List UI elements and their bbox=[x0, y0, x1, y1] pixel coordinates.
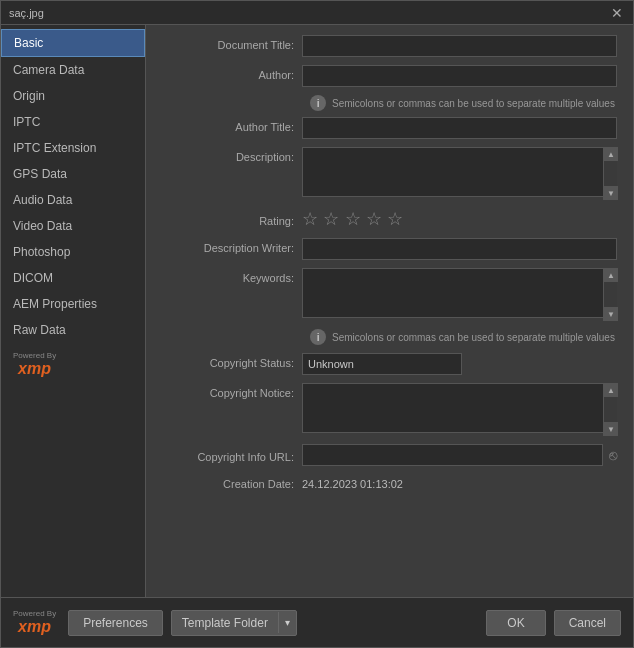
author-label: Author: bbox=[162, 65, 302, 81]
keywords-textarea[interactable] bbox=[302, 268, 617, 318]
template-folder-button[interactable]: Template Folder bbox=[172, 611, 278, 635]
keywords-info-row: i Semicolons or commas can be used to se… bbox=[162, 329, 617, 345]
close-button[interactable]: ✕ bbox=[609, 6, 625, 20]
star-1[interactable]: ☆ bbox=[302, 209, 318, 229]
scroll-up-arrow[interactable]: ▲ bbox=[604, 147, 618, 161]
sidebar-item-aem-properties[interactable]: AEM Properties bbox=[1, 291, 145, 317]
rating-row: Rating: ☆ ☆ ☆ ☆ ☆ bbox=[162, 208, 617, 230]
description-writer-row: Description Writer: bbox=[162, 238, 617, 260]
document-title-label: Document Title: bbox=[162, 35, 302, 51]
keywords-row: Keywords: ▲ ▼ bbox=[162, 268, 617, 321]
copyright-status-select[interactable]: Unknown Copyrighted Public Domain bbox=[302, 353, 462, 375]
copyright-url-row: Copyright Info URL: ⎋ bbox=[162, 444, 617, 466]
description-row: Description: ▲ ▼ bbox=[162, 147, 617, 200]
author-row: Author: bbox=[162, 65, 617, 87]
url-link-icon[interactable]: ⎋ bbox=[609, 447, 617, 463]
sidebar-item-basic[interactable]: Basic bbox=[1, 29, 145, 57]
author-title-label: Author Title: bbox=[162, 117, 302, 133]
sidebar-item-dicom[interactable]: DICOM bbox=[1, 265, 145, 291]
keywords-label: Keywords: bbox=[162, 268, 302, 284]
xmp-logo: Powered By xmp bbox=[13, 351, 56, 378]
author-info-text: Semicolons or commas can be used to sepa… bbox=[332, 98, 615, 109]
star-4[interactable]: ☆ bbox=[366, 209, 382, 229]
window-title: saç.jpg bbox=[9, 7, 44, 19]
template-folder-wrap: Template Folder ▾ bbox=[171, 610, 297, 636]
rating-stars: ☆ ☆ ☆ ☆ ☆ bbox=[302, 208, 405, 230]
sidebar: Basic Camera Data Origin IPTC IPTC Exten… bbox=[1, 25, 146, 597]
description-writer-input[interactable] bbox=[302, 238, 617, 260]
keywords-wrap: ▲ ▼ bbox=[302, 268, 617, 321]
sidebar-item-iptc[interactable]: IPTC bbox=[1, 109, 145, 135]
copyright-status-label: Copyright Status: bbox=[162, 353, 302, 369]
keywords-info-text: Semicolons or commas can be used to sepa… bbox=[332, 332, 615, 343]
creation-date-label: Creation Date: bbox=[162, 474, 302, 490]
creation-date-row: Creation Date: 24.12.2023 01:13:02 bbox=[162, 474, 617, 490]
copyright-url-input[interactable] bbox=[302, 444, 603, 466]
star-2[interactable]: ☆ bbox=[323, 209, 339, 229]
copyright-status-wrap: Unknown Copyrighted Public Domain bbox=[302, 353, 617, 375]
description-wrap: ▲ ▼ bbox=[302, 147, 617, 200]
template-folder-dropdown-icon[interactable]: ▾ bbox=[278, 612, 296, 633]
document-title-row: Document Title: bbox=[162, 35, 617, 57]
keywords-scrollbar: ▲ ▼ bbox=[603, 268, 617, 321]
main-content: Basic Camera Data Origin IPTC IPTC Exten… bbox=[1, 25, 633, 597]
document-title-input[interactable] bbox=[302, 35, 617, 57]
cancel-button[interactable]: Cancel bbox=[554, 610, 621, 636]
author-input[interactable] bbox=[302, 65, 617, 87]
sidebar-item-raw-data[interactable]: Raw Data bbox=[1, 317, 145, 343]
sidebar-footer: Powered By xmp bbox=[1, 343, 145, 386]
sidebar-item-photoshop[interactable]: Photoshop bbox=[1, 239, 145, 265]
rating-label: Rating: bbox=[162, 211, 302, 227]
author-title-input[interactable] bbox=[302, 117, 617, 139]
copyright-notice-textarea[interactable] bbox=[302, 383, 617, 433]
star-5[interactable]: ☆ bbox=[387, 209, 403, 229]
scroll-down-arrow[interactable]: ▼ bbox=[604, 186, 618, 200]
description-scrollbar: ▲ ▼ bbox=[603, 147, 617, 200]
keywords-scroll-up[interactable]: ▲ bbox=[604, 268, 618, 282]
sidebar-item-video-data[interactable]: Video Data bbox=[1, 213, 145, 239]
keywords-scroll-down[interactable]: ▼ bbox=[604, 307, 618, 321]
form-area: Document Title: Author: i Semicolons or … bbox=[146, 25, 633, 597]
creation-date-value: 24.12.2023 01:13:02 bbox=[302, 474, 442, 490]
copyright-url-label: Copyright Info URL: bbox=[162, 447, 302, 463]
sidebar-item-gps-data[interactable]: GPS Data bbox=[1, 161, 145, 187]
copyright-notice-row: Copyright Notice: ▲ ▼ bbox=[162, 383, 617, 436]
copyright-notice-scroll-up[interactable]: ▲ bbox=[604, 383, 618, 397]
star-3[interactable]: ☆ bbox=[345, 209, 361, 229]
footer-bar: Powered By xmp Preferences Template Fold… bbox=[1, 597, 633, 647]
copyright-status-row: Copyright Status: Unknown Copyrighted Pu… bbox=[162, 353, 617, 375]
copyright-notice-label: Copyright Notice: bbox=[162, 383, 302, 399]
copyright-notice-scroll-down[interactable]: ▼ bbox=[604, 422, 618, 436]
sidebar-item-audio-data[interactable]: Audio Data bbox=[1, 187, 145, 213]
keywords-info-icon: i bbox=[310, 329, 326, 345]
description-textarea[interactable] bbox=[302, 147, 617, 197]
info-icon: i bbox=[310, 95, 326, 111]
main-window: saç.jpg ✕ Basic Camera Data Origin IPTC … bbox=[0, 0, 634, 648]
sidebar-item-origin[interactable]: Origin bbox=[1, 83, 145, 109]
ok-button[interactable]: OK bbox=[486, 610, 545, 636]
author-title-row: Author Title: bbox=[162, 117, 617, 139]
description-label: Description: bbox=[162, 147, 302, 163]
preferences-button[interactable]: Preferences bbox=[68, 610, 163, 636]
sidebar-item-iptc-extension[interactable]: IPTC Extension bbox=[1, 135, 145, 161]
author-info-row: i Semicolons or commas can be used to se… bbox=[162, 95, 617, 111]
copyright-notice-wrap: ▲ ▼ bbox=[302, 383, 617, 436]
copyright-notice-scrollbar: ▲ ▼ bbox=[603, 383, 617, 436]
description-writer-label: Description Writer: bbox=[162, 238, 302, 254]
footer-xmp-logo: Powered By xmp bbox=[13, 609, 56, 636]
sidebar-item-camera-data[interactable]: Camera Data bbox=[1, 57, 145, 83]
title-bar: saç.jpg ✕ bbox=[1, 1, 633, 25]
